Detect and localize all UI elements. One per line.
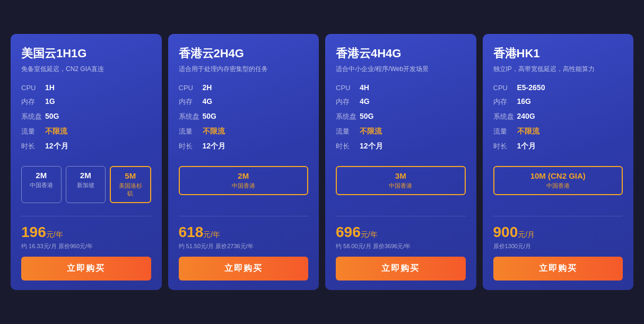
spec-label: CPU [336,84,360,92]
card-4: 香港HK1独立IP，高带宽低延迟，高性能算力CPUE5-2650内存16G系统盘… [483,34,634,290]
spec-value: 1H [45,83,55,92]
spec-label: 内存 [179,97,203,107]
buy-button[interactable]: 立即购买 [336,257,466,281]
price-main: 900 [493,224,518,240]
price-unit: 元/年 [46,230,63,239]
bandwidth-location: 新加坡 [72,181,100,189]
bandwidth-speed: 10M (CN2 GIA) [500,171,617,180]
spec-value: 4H [360,83,369,92]
spec-label: 时长 [336,142,360,151]
spec-label: CPU [179,84,203,92]
price-sub: 约 58.00元/月 原价3696元/年 [336,242,466,250]
spec-row: 内存1G [21,97,151,107]
spec-value: E5-2650 [517,83,545,92]
card-subtitle: 免备室低延迟，CN2 GIA直连 [21,65,151,74]
price-sub: 原价1300元/月 [493,242,623,250]
spec-value: 2H [203,83,212,92]
spec-label: 时长 [21,142,45,151]
spec-value: 4G [360,97,370,106]
spec-row: CPU1H [21,83,151,92]
price-unit: 元/年 [361,230,378,239]
spec-value: 4G [203,97,213,106]
card-2: 香港云2H4G适合用于处理内存密集型的任务CPU2H内存4G系统盘50G流量不限… [168,34,319,290]
spec-label: 时长 [179,142,203,151]
spec-label: 系统盘 [21,112,45,121]
spec-row: CPUE5-2650 [493,83,623,92]
bandwidth-location: 美国洛杉矶 [116,182,145,198]
spec-value: 不限流 [360,127,382,136]
divider [493,216,623,216]
spec-value: 16G [517,97,531,106]
cards-container: 美国云1H1G免备室低延迟，CN2 GIA直连CPU1H内存1G系统盘50G流量… [11,34,633,290]
spec-label: 时长 [493,142,517,151]
spec-value: 240G [517,112,535,120]
spec-label: 系统盘 [336,112,360,121]
spec-value: 1G [45,97,55,106]
spec-row: 时长12个月 [179,142,309,151]
spec-value: 1个月 [517,142,536,151]
spec-row: 时长12个月 [336,142,466,151]
spec-label: 内存 [493,97,517,107]
card-subtitle: 适合中小企业/程序/Web开发场景 [336,65,466,74]
spec-row: 流量不限流 [179,127,309,136]
divider [336,216,466,216]
spec-row: 时长12个月 [21,142,151,151]
spec-row: 系统盘240G [493,112,623,121]
buy-button[interactable]: 立即购买 [493,257,623,281]
bandwidth-option[interactable]: 3M中国香港 [336,166,466,195]
spec-value: 不限流 [517,127,539,136]
spec-row: 内存4G [179,97,309,107]
spec-label: 流量 [336,127,360,136]
spec-label: 内存 [21,97,45,107]
divider [179,216,309,216]
bandwidth-location: 中国香港 [500,182,617,190]
price-section: 900元/月原价1300元/月 [493,224,623,250]
bandwidth-section: 3M中国香港 [336,166,466,195]
price-section: 696元/年约 58.00元/月 原价3696元/年 [336,224,466,250]
spec-row: 内存16G [493,97,623,107]
bandwidth-speed: 2M [27,171,56,180]
spec-row: CPU4H [336,83,466,92]
spec-label: 系统盘 [493,112,517,121]
buy-button[interactable]: 立即购买 [179,257,309,281]
bandwidth-option[interactable]: 2M新加坡 [66,166,106,203]
spec-value: 50G [360,112,373,120]
price-sub: 约 16.33元/月 原价960元/年 [21,242,151,250]
bandwidth-location: 中国香港 [185,182,302,190]
bandwidth-speed: 2M [72,171,100,180]
specs-table: CPU1H内存1G系统盘50G流量不限流时长12个月 [21,83,151,156]
bandwidth-location: 中国香港 [27,181,56,189]
spec-label: 内存 [336,97,360,107]
spec-value: 12个月 [360,142,383,151]
bandwidth-speed: 5M [116,171,145,180]
bandwidth-section: 2M中国香港 [179,166,309,195]
price-main: 618 [179,224,204,240]
spec-value: 12个月 [45,142,68,151]
spec-row: 系统盘50G [336,112,466,121]
spec-row: 流量不限流 [21,127,151,136]
bandwidth-option[interactable]: 10M (CN2 GIA)中国香港 [493,166,623,195]
bandwidth-speed: 2M [185,171,302,180]
card-3: 香港云4H4G适合中小企业/程序/Web开发场景CPU4H内存4G系统盘50G流… [325,34,476,290]
card-subtitle: 适合用于处理内存密集型的任务 [179,65,309,74]
spec-row: CPU2H [179,83,309,92]
spec-label: 流量 [493,127,517,136]
price-section: 618元/年约 51.50元/月 原价2736元/年 [179,224,309,250]
bandwidth-option[interactable]: 2M中国香港 [179,166,309,195]
spec-value: 50G [203,112,216,120]
specs-table: CPU2H内存4G系统盘50G流量不限流时长12个月 [179,83,309,156]
spec-label: CPU [21,84,45,92]
bandwidth-option[interactable]: 2M中国香港 [21,166,62,203]
spec-row: 时长1个月 [493,142,623,151]
buy-button[interactable]: 立即购买 [21,257,151,281]
spec-row: 流量不限流 [493,127,623,136]
spec-row: 内存4G [336,97,466,107]
card-title: 美国云1H1G [21,46,151,62]
spec-value: 不限流 [45,127,67,136]
spec-value: 12个月 [203,142,226,151]
divider [21,216,151,216]
bandwidth-option[interactable]: 5M美国洛杉矶 [110,166,151,203]
price-unit: 元/年 [203,230,220,239]
card-title: 香港云2H4G [179,46,309,62]
card-1: 美国云1H1G免备室低延迟，CN2 GIA直连CPU1H内存1G系统盘50G流量… [11,34,162,290]
